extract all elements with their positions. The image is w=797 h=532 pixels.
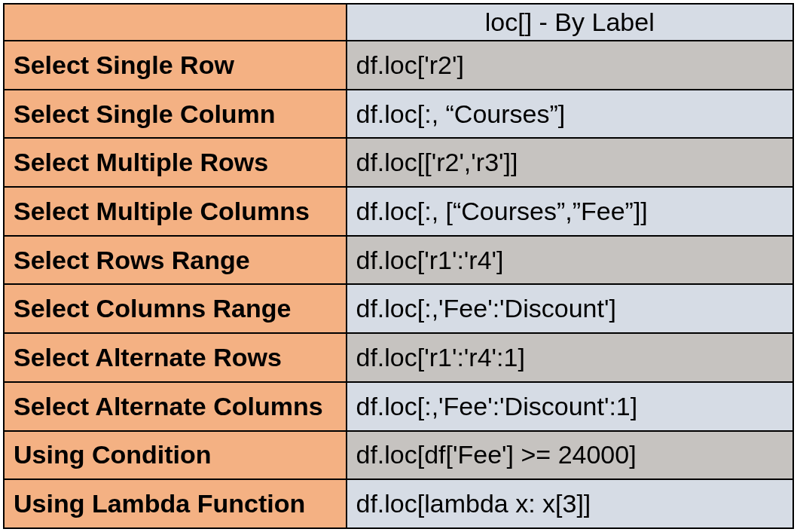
- row-label: Using Condition: [4, 431, 347, 480]
- table-row: Select Alternate Rows df.loc['r1':'r4':1…: [4, 333, 793, 382]
- table-row: Select Single Column df.loc[:, “Courses”…: [4, 90, 793, 139]
- row-code: df.loc[df['Fee'] >= 24000]: [347, 431, 794, 480]
- row-label: Select Multiple Columns: [4, 187, 347, 236]
- loc-reference-table: loc[] - By Label Select Single Row df.lo…: [3, 3, 794, 529]
- row-label: Select Multiple Rows: [4, 138, 347, 187]
- row-label: Select Rows Range: [4, 236, 347, 285]
- row-code: df.loc['r1':'r4':1]: [347, 333, 794, 382]
- table-row: Using Condition df.loc[df['Fee'] >= 2400…: [4, 431, 793, 480]
- row-code: df.loc[['r2','r3']]: [347, 138, 794, 187]
- table-row: Select Single Row df.loc['r2']: [4, 41, 793, 90]
- row-code: df.loc['r1':'r4']: [347, 236, 794, 285]
- row-code: df.loc[:, [“Courses”,”Fee”]]: [347, 187, 794, 236]
- row-code: df.loc[lambda x: x[3]]: [347, 479, 794, 528]
- row-code: df.loc[:,'Fee':'Discount':1]: [347, 382, 794, 431]
- table-row: Select Columns Range df.loc[:,'Fee':'Dis…: [4, 284, 793, 333]
- table-row: Select Alternate Columns df.loc[:,'Fee':…: [4, 382, 793, 431]
- table-row: Select Multiple Rows df.loc[['r2','r3']]: [4, 138, 793, 187]
- table-header-row: loc[] - By Label: [4, 4, 793, 41]
- table-row: Select Multiple Columns df.loc[:, [“Cour…: [4, 187, 793, 236]
- row-code: df.loc['r2']: [347, 41, 794, 90]
- table-row: Select Rows Range df.loc['r1':'r4']: [4, 236, 793, 285]
- row-label: Select Single Column: [4, 90, 347, 139]
- row-label: Select Alternate Rows: [4, 333, 347, 382]
- row-code: df.loc[:,'Fee':'Discount']: [347, 284, 794, 333]
- row-label: Select Single Row: [4, 41, 347, 90]
- header-empty-cell: [4, 4, 347, 41]
- row-code: df.loc[:, “Courses”]: [347, 90, 794, 139]
- table-row: Using Lambda Function df.loc[lambda x: x…: [4, 479, 793, 528]
- row-label: Select Columns Range: [4, 284, 347, 333]
- row-label: Using Lambda Function: [4, 479, 347, 528]
- header-loc-label: loc[] - By Label: [347, 4, 794, 41]
- row-label: Select Alternate Columns: [4, 382, 347, 431]
